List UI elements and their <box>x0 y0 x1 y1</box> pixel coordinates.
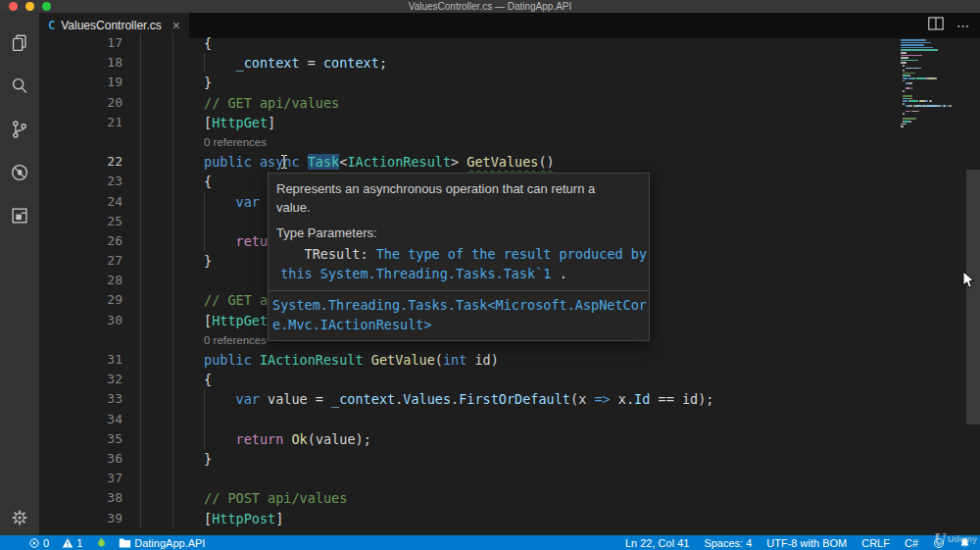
line-number: 39 <box>39 509 122 528</box>
line-number: 29 <box>39 290 122 310</box>
code-line-text: } <box>140 73 212 92</box>
line-number: 36 <box>39 449 122 469</box>
code-line[interactable]: 39 [HttpPost] <box>39 509 980 528</box>
close-window-button[interactable] <box>9 2 18 11</box>
line-number: 20 <box>39 93 122 113</box>
tooltip-type-parameters-label: Type Parameters: <box>269 219 649 241</box>
status-bell[interactable] <box>959 537 970 549</box>
code-line[interactable]: 35 return Ok(value); <box>39 429 980 449</box>
editor-more-actions-icon[interactable]: ⋯ <box>956 19 970 33</box>
editor-scrollbar[interactable] <box>966 170 980 425</box>
code-line[interactable]: 32 { <box>39 370 980 389</box>
code-line-text: var value = _context.Values.FirstOrDefau… <box>140 389 713 409</box>
line-number: 28 <box>39 271 122 290</box>
indent-guide <box>140 469 141 488</box>
line-number: 32 <box>39 370 122 389</box>
code-line[interactable]: 20 // GET api/values <box>39 93 980 113</box>
error-icon <box>28 537 40 549</box>
status-datingapp-api[interactable]: DatingApp.API <box>119 537 205 549</box>
code-line-text: [HttpGet] <box>140 113 275 132</box>
codelens-row[interactable]: 0 references <box>39 132 980 152</box>
window-title: ValuesController.cs — DatingApp.API <box>0 0 980 13</box>
status-c-[interactable]: C# <box>905 537 918 549</box>
code-line-text: { <box>140 370 212 389</box>
line-number: 21 <box>39 113 122 132</box>
code-line[interactable]: 22 public async Task<IActionResult> GetV… <box>39 152 980 172</box>
title-bar: ValuesController.cs — DatingApp.API <box>0 0 980 13</box>
status-spaces-4[interactable]: Spaces: 4 <box>704 537 752 549</box>
status-smiley[interactable] <box>933 537 945 549</box>
line-number: 35 <box>39 429 122 449</box>
indent-guide <box>140 212 141 231</box>
code-line[interactable]: 37 <box>39 469 980 488</box>
hover-tooltip: Represents an asynchronous operation tha… <box>268 173 650 341</box>
code-line[interactable]: 19 } <box>39 73 980 92</box>
status-utf-8-with-bom[interactable]: UTF-8 with BOM <box>766 537 847 549</box>
indent-guide <box>172 410 173 429</box>
code-line[interactable]: 36 } <box>39 449 980 469</box>
indent-guide <box>140 330 141 350</box>
code-line[interactable]: 21 [HttpGet] <box>39 113 980 132</box>
code-line[interactable]: 31 public IActionResult GetValue(int id) <box>39 350 980 370</box>
csharp-file-icon: C <box>48 19 55 32</box>
line-number: 22 <box>39 152 122 172</box>
indent-guide <box>140 271 141 290</box>
flame-icon <box>95 536 106 549</box>
code-line-text: return Ok(value); <box>140 429 371 449</box>
settings-gear-icon[interactable] <box>0 508 39 527</box>
code-line-text: // POST api/values <box>140 488 347 508</box>
tab-close-icon[interactable]: × <box>172 19 180 32</box>
code-line[interactable]: 17 { <box>39 33 980 53</box>
line-number: 30 <box>39 311 122 330</box>
code-line[interactable]: 38 // POST api/values <box>39 488 980 508</box>
code-line[interactable]: 18 _context = context; <box>39 53 980 73</box>
line-number: 24 <box>39 192 122 212</box>
indent-guide <box>204 212 205 231</box>
minimap[interactable] <box>897 39 943 128</box>
status-text: DatingApp.API <box>134 537 205 549</box>
line-number: 19 <box>39 73 122 92</box>
source-control-icon[interactable] <box>0 108 39 151</box>
line-number: 25 <box>39 212 122 231</box>
line-number: 37 <box>39 469 122 488</box>
status-text: C# <box>905 537 918 549</box>
indent-guide <box>140 410 141 429</box>
tooltip-description: Represents an asynchronous operation tha… <box>269 174 649 219</box>
minimize-window-button[interactable] <box>25 2 34 11</box>
code-line[interactable]: 33 var value = _context.Values.FirstOrDe… <box>39 389 980 409</box>
extensions-icon[interactable] <box>0 194 39 237</box>
status-flame[interactable] <box>95 536 106 549</box>
text-cursor-ibeam <box>279 154 289 174</box>
indent-guide <box>172 271 173 290</box>
code-line-text: public async Task<IActionResult> GetValu… <box>140 152 555 172</box>
codelens-references[interactable]: 0 references <box>204 330 267 350</box>
status-0[interactable]: 0 <box>28 537 49 549</box>
codelens-references[interactable]: 0 references <box>204 132 267 152</box>
status-text: CRLF <box>861 537 890 549</box>
tooltip-signature: System.Threading.Tasks.Task<Microsoft.As… <box>269 291 649 340</box>
indent-guide <box>172 469 173 488</box>
status-crlf[interactable]: CRLF <box>861 537 890 549</box>
tooltip-typeparam-code: TResult: The type of the result produced… <box>269 241 649 290</box>
traffic-lights <box>9 2 51 11</box>
status-1[interactable]: 1 <box>62 537 82 549</box>
status-text: Spaces: 4 <box>704 537 752 549</box>
indent-guide <box>204 410 205 429</box>
line-number: 18 <box>39 53 122 73</box>
status-ln-22-col-41[interactable]: Ln 22, Col 41 <box>625 537 689 549</box>
code-line-text: { <box>140 33 212 53</box>
search-icon[interactable] <box>0 65 39 108</box>
maximize-window-button[interactable] <box>42 2 51 11</box>
vscode-window: ValuesController.cs — DatingApp.API C Va… <box>0 0 980 550</box>
explorer-icon[interactable] <box>0 22 39 65</box>
line-number: 27 <box>39 251 122 271</box>
debug-icon[interactable] <box>0 151 39 194</box>
indent-guide <box>172 330 173 350</box>
split-editor-icon[interactable] <box>928 17 944 34</box>
code-line[interactable]: 34 <box>39 410 980 429</box>
smiley-icon <box>933 537 945 549</box>
code-line-text: // GET api/values <box>140 93 339 113</box>
status-text: UTF-8 with BOM <box>766 537 847 549</box>
mouse-pointer <box>962 272 975 293</box>
line-number: 31 <box>39 350 122 370</box>
